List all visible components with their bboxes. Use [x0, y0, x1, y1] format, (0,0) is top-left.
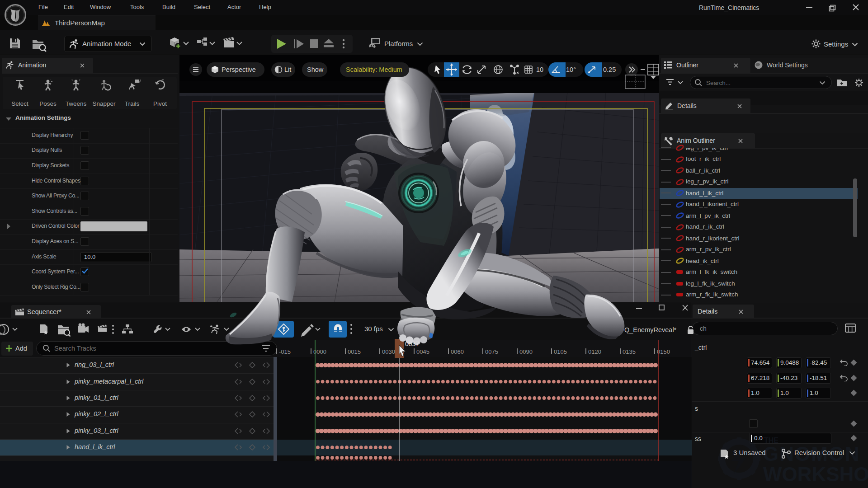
svg-text:Snapper: Snapper — [92, 100, 116, 107]
svg-text:WORKSHOP: WORKSHOP — [763, 463, 868, 485]
svg-text:Pivot: Pivot — [153, 100, 167, 107]
svg-text:Trails: Trails — [125, 100, 140, 107]
svg-text:Tweens: Tweens — [66, 100, 87, 107]
svg-text:Select: Select — [11, 100, 28, 107]
svg-text:Poses: Poses — [39, 100, 57, 107]
